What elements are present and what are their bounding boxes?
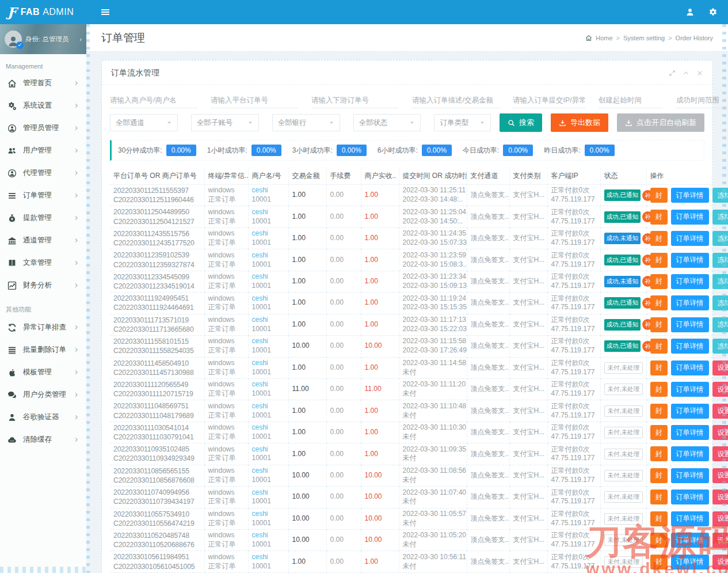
third-action-button[interactable]: 冻结订单 [712,210,728,225]
filter-select[interactable]: 全部通道 [110,114,178,131]
sidebar-item[interactable]: 文章管理 [0,252,86,274]
order-detail-button[interactable]: 订单详情 [671,231,709,246]
seal-button[interactable]: 封 [650,533,668,548]
merchant-name-link[interactable]: ceshi [252,423,285,432]
seal-button[interactable]: 封 [650,210,668,225]
merchant-name-link[interactable]: ceshi [252,531,285,540]
merchant-name-link[interactable]: ceshi [252,186,285,195]
merchant-name-link[interactable]: ceshi [252,294,285,303]
merchant-name-link[interactable]: ceshi [252,445,285,454]
seal-button[interactable]: 封 [650,253,668,268]
merchant-name-link[interactable]: ceshi [252,466,285,476]
merchant-name-link[interactable]: ceshi [252,208,285,217]
merchant-name-link[interactable]: ceshi [252,380,285,389]
merchant-name-link[interactable]: ceshi [252,229,285,238]
third-action-button[interactable]: 冻结订单 [712,274,728,289]
filter-input[interactable] [513,92,585,108]
sidebar-item[interactable]: 通道管理 [0,229,86,252]
sidebar-toggle-button[interactable] [95,0,116,24]
filter-input[interactable] [110,92,197,108]
seal-button[interactable]: 封 [650,555,668,570]
order-detail-button[interactable]: 订单详情 [671,382,709,397]
seal-button[interactable]: 封 [650,404,668,419]
third-action-button[interactable]: 冻结订单 [712,295,728,310]
filter-input[interactable] [599,92,663,108]
third-action-button[interactable]: 冻结订单 [712,339,728,354]
third-action-button[interactable]: 设置为已支付 [712,382,728,397]
settings-gear-icon[interactable] [708,7,718,17]
close-icon[interactable] [696,70,703,77]
seal-button[interactable]: 封 [650,425,668,440]
order-detail-button[interactable]: 订单详情 [671,188,709,203]
breadcrumb-section[interactable]: System setting [623,35,665,41]
user-panel[interactable]: ✓ 身份: 总管理员 › [0,24,86,54]
sidebar-item[interactable]: 管理员管理 [0,117,86,139]
third-action-button[interactable]: 设置为已支付 [712,468,728,483]
seal-button[interactable]: 封 [650,295,668,310]
third-action-button[interactable]: 设置为已支付 [712,425,728,440]
seal-button[interactable]: 封 [650,468,668,483]
third-action-button[interactable]: 设置为已支付 [712,555,728,570]
seal-button[interactable]: 封 [650,446,668,461]
merchant-name-link[interactable]: ceshi [252,553,285,562]
brand-logo[interactable]: Ƒ FAB ADMIN [0,6,86,18]
order-detail-button[interactable]: 订单详情 [671,339,709,354]
order-detail-button[interactable]: 订单详情 [671,210,709,225]
merchant-name-link[interactable]: ceshi [252,359,285,368]
order-detail-button[interactable]: 订单详情 [671,425,709,440]
third-action-button[interactable]: 设置为已支付 [712,404,728,419]
seal-button[interactable]: 封 [650,489,668,504]
third-action-button[interactable]: 冻结订单 [712,188,728,203]
sidebar-item[interactable]: 财务分析 [0,274,86,297]
filter-input[interactable] [676,92,728,108]
order-detail-button[interactable]: 订单详情 [671,317,709,332]
sidebar-item[interactable]: 订单管理 [0,184,86,207]
merchant-name-link[interactable]: ceshi [252,402,285,411]
order-detail-button[interactable]: 订单详情 [671,295,709,310]
third-action-button[interactable]: 设置为已支付 [712,446,728,461]
sidebar-item[interactable]: 提款管理 [0,207,86,229]
order-detail-button[interactable]: 订单详情 [671,446,709,461]
order-detail-button[interactable]: 订单详情 [671,361,709,375]
filter-select[interactable]: 订单类型 [434,114,491,131]
third-action-button[interactable]: 设置为已支付 [712,489,728,504]
merchant-name-link[interactable]: ceshi [252,272,285,282]
seal-button[interactable]: 封 [650,317,668,332]
third-action-button[interactable]: 冻结订单 [712,231,728,246]
seal-button[interactable]: 封 [650,231,668,246]
order-detail-button[interactable]: 订单详情 [671,555,709,570]
third-action-button[interactable]: 冻结订单 [712,317,728,332]
filter-select[interactable]: 全部银行 [272,114,340,131]
filter-input[interactable] [211,92,298,108]
sidebar-item[interactable]: 系统设置 [0,94,86,117]
sidebar-item[interactable]: 谷歌验证器 [0,406,86,428]
seal-button[interactable]: 封 [650,188,668,203]
sidebar-item[interactable]: 模板管理 [0,361,86,384]
seal-button[interactable]: 封 [650,361,668,375]
seal-button[interactable]: 封 [650,339,668,354]
order-detail-button[interactable]: 订单详情 [671,404,709,419]
collapse-icon[interactable] [683,70,689,77]
order-detail-button[interactable]: 订单详情 [671,253,709,268]
seal-button[interactable]: 封 [650,274,668,289]
export-data-button[interactable]: 导出数据 [551,113,608,132]
filter-input[interactable] [311,92,399,108]
filter-select[interactable]: 全部状态 [353,114,421,131]
merchant-name-link[interactable]: ceshi [252,510,285,519]
order-detail-button[interactable]: 订单详情 [671,489,709,504]
expand-icon[interactable] [669,70,676,77]
merchant-name-link[interactable]: ceshi [252,488,285,498]
filter-select[interactable]: 全部子账号 [191,114,259,131]
third-action-button[interactable]: 设置为已支付 [712,533,728,548]
filter-input[interactable] [412,92,500,108]
merchant-name-link[interactable]: ceshi [252,251,285,260]
user-menu-icon[interactable] [685,7,695,17]
sidebar-item[interactable]: 清除缓存 [0,428,86,451]
order-detail-button[interactable]: 订单详情 [671,468,709,483]
seal-button[interactable]: 封 [650,511,668,526]
sidebar-item[interactable]: 用户分类管理 [0,384,86,406]
third-action-button[interactable]: 设置为已支付 [712,511,728,526]
sidebar-item[interactable]: 批量删除订单 [0,339,86,361]
third-action-button[interactable]: 冻结订单 [712,253,728,268]
sidebar-item[interactable]: 代理管理 [0,162,86,184]
